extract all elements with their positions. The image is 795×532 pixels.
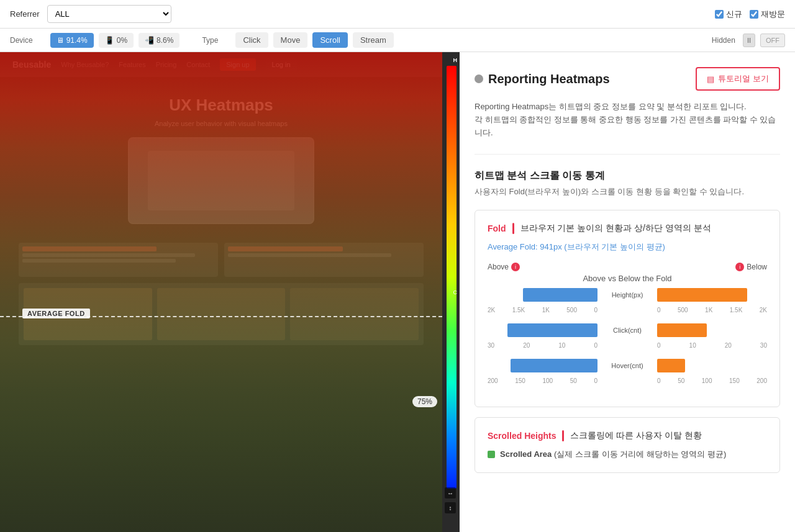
click-axis-row: 3020100 0102030 xyxy=(488,342,767,349)
percent-label: 75% xyxy=(412,396,437,407)
type-move-btn[interactable]: Move xyxy=(273,32,308,48)
height-metric: Height(px) xyxy=(602,291,652,299)
fold-card: Fold 브라우저 기본 높이의 현황과 상/하단 영역의 분석 Average… xyxy=(475,210,780,407)
hover-bar-left xyxy=(488,359,602,372)
click-bar-above xyxy=(507,323,597,337)
hover-bar-right xyxy=(652,359,767,372)
desc-line-2: 각 히트맵의 종합적인 정보를 통해 중요한 행동 정보를 가진 콘텐츠를 파악… xyxy=(475,114,780,140)
panel-header: Reporting Heatmaps ▤ 튜토리얼 보기 xyxy=(475,67,780,91)
tutorial-icon: ▤ xyxy=(707,74,714,84)
scale-icons: ↔ ↕ xyxy=(445,487,456,513)
height-bar-left xyxy=(488,288,602,302)
type-stream-btn[interactable]: Stream xyxy=(353,32,394,48)
scale-collapse-btn[interactable]: ↕ xyxy=(445,502,456,513)
fold-tag: Fold xyxy=(488,223,506,233)
click-axis-left: 3020100 xyxy=(488,342,602,349)
type-click-btn[interactable]: Click xyxy=(235,32,268,48)
axis-spacer-3 xyxy=(602,377,652,384)
referrer-label: Referrer xyxy=(10,9,40,19)
color-scale-bar xyxy=(447,66,457,489)
checkbox-return[interactable]: 재방문 xyxy=(750,9,785,20)
device-label: Device xyxy=(10,36,33,45)
avg-fold-label: AVERAGE FOLD xyxy=(22,309,90,318)
fold-divider xyxy=(512,223,514,234)
section-title: 히트맵 분석 스크롤 이동 통계 xyxy=(475,169,780,183)
hover-axis-right: 050100150200 xyxy=(652,377,767,384)
type-label: Type xyxy=(202,36,218,45)
device-mobile-btn[interactable]: 📲 8.6% xyxy=(139,33,179,48)
axis-spacer-1 xyxy=(602,307,652,313)
mobile-icon: 📲 xyxy=(145,36,154,45)
height-axis-left: 2K1.5K1K5000 xyxy=(488,307,602,313)
type-scroll-btn[interactable]: Scroll xyxy=(312,32,348,48)
hidden-label: Hidden xyxy=(712,36,735,45)
click-metric: Click(cnt) xyxy=(602,327,652,334)
hover-bar-below xyxy=(657,359,685,372)
below-info-icon[interactable]: i xyxy=(735,263,744,271)
scale-expand-btn[interactable]: ↔ xyxy=(445,487,456,498)
height-bar-row: Height(px) xyxy=(488,288,767,302)
scrolled-tag: Scrolled Heights xyxy=(488,431,556,441)
above-label: Above i xyxy=(488,263,520,271)
click-bar-below xyxy=(657,323,707,337)
desktop-icon: 🖥 xyxy=(57,36,64,45)
panel-desc: Reporting Heatmaps는 히트맵의 중요 정보를 요약 및 분석한… xyxy=(475,101,780,155)
panel-title: Reporting Heatmaps xyxy=(475,72,610,86)
click-bar-right xyxy=(652,323,767,337)
chart-title: Above vs Below the Fold xyxy=(488,274,767,283)
height-bar-above xyxy=(523,288,597,302)
tablet-icon: 📱 xyxy=(105,36,114,45)
checkbox-return-input[interactable] xyxy=(750,10,758,19)
above-below-labels: Above i i Below xyxy=(488,263,767,271)
avg-fold-info: Average Fold: 941px (브라우저 기본 높이의 평균) xyxy=(488,241,767,253)
desktop-pct: 91.4% xyxy=(66,36,88,45)
checkbox-new-label: 신규 xyxy=(726,9,742,20)
desc-line-1: Reporting Heatmaps는 히트맵의 중요 정보를 요약 및 분석한… xyxy=(475,101,780,114)
device-desktop-btn[interactable]: 🖥 91.4% xyxy=(50,33,94,48)
scale-h-label: H xyxy=(453,57,458,63)
hidden-group: Hidden II OFF xyxy=(712,34,785,47)
scrolled-card-header: Scrolled Heights 스크롤링에 따른 사용자 이탈 현황 xyxy=(488,430,767,441)
fold-card-title: 브라우저 기본 높이의 현황과 상/하단 영역의 분석 xyxy=(520,223,711,234)
mobile-pct: 8.6% xyxy=(157,36,173,45)
tablet-pct: 0% xyxy=(117,36,127,45)
toggle-pause-btn[interactable]: II xyxy=(743,34,755,47)
scrolled-area-label: Scrolled Area (실제 스크롤 이동 거리에 해당하는 영역의 평균… xyxy=(500,449,726,460)
fold-card-header: Fold 브라우저 기본 높이의 현황과 상/하단 영역의 분석 xyxy=(488,223,767,234)
panel-title-icon xyxy=(475,74,483,83)
main-content: Beusable Why Beusable? Features Pricing … xyxy=(0,52,795,532)
hover-metric: Hover(cnt) xyxy=(602,362,652,369)
click-axis-right: 0102030 xyxy=(652,342,767,349)
checkbox-new-input[interactable] xyxy=(715,10,724,19)
hover-axis-left: 200150100500 xyxy=(488,377,602,384)
hover-axis-row: 200150100500 050100150200 xyxy=(488,377,767,384)
height-axis-right: 05001K1.5K2K xyxy=(652,307,767,313)
checkbox-new[interactable]: 신규 xyxy=(715,9,742,20)
height-bar-below xyxy=(657,288,747,302)
above-info-icon[interactable]: i xyxy=(511,263,520,271)
website-sim: Beusable Why Beusable? Features Pricing … xyxy=(0,52,442,532)
device-tablet-btn[interactable]: 📱 0% xyxy=(99,33,134,48)
tutorial-btn[interactable]: ▤ 튜토리얼 보기 xyxy=(696,67,780,91)
heatmap-panel: Beusable Why Beusable? Features Pricing … xyxy=(0,52,460,532)
green-dot-icon xyxy=(488,451,495,458)
below-label: i Below xyxy=(735,263,767,271)
type-group: Click Move Scroll Stream xyxy=(235,32,393,48)
referrer-select[interactable]: ALL xyxy=(47,5,171,23)
toggle-off-btn[interactable]: OFF xyxy=(760,34,785,47)
second-bar: Device 🖥 91.4% 📱 0% 📲 8.6% Type Click Mo… xyxy=(0,29,795,52)
section-subtitle: 사용자의 Fold(브라우저 높이)와 스크롤 이동 현황 등을 확인할 수 있… xyxy=(475,186,780,197)
top-bar: Referrer ALL 신규 재방문 xyxy=(0,0,795,29)
hover-bar-above xyxy=(511,359,597,372)
scrolled-card: Scrolled Heights 스크롤링에 따른 사용자 이탈 현황 Scro… xyxy=(475,417,780,473)
scrolled-divider xyxy=(562,430,564,441)
scrolled-card-title: 스크롤링에 따른 사용자 이탈 현황 xyxy=(570,430,702,441)
device-group: 🖥 91.4% 📱 0% 📲 8.6% xyxy=(50,33,180,48)
heatmap-gradient xyxy=(0,52,442,532)
click-bar-row: Click(cnt) xyxy=(488,323,767,337)
hover-bar-row: Hover(cnt) xyxy=(488,359,767,372)
checkbox-group: 신규 재방문 xyxy=(715,9,785,20)
color-scale: H C ↔ ↕ xyxy=(442,52,460,532)
click-bar-left xyxy=(488,323,602,337)
height-bar-right xyxy=(652,288,767,302)
